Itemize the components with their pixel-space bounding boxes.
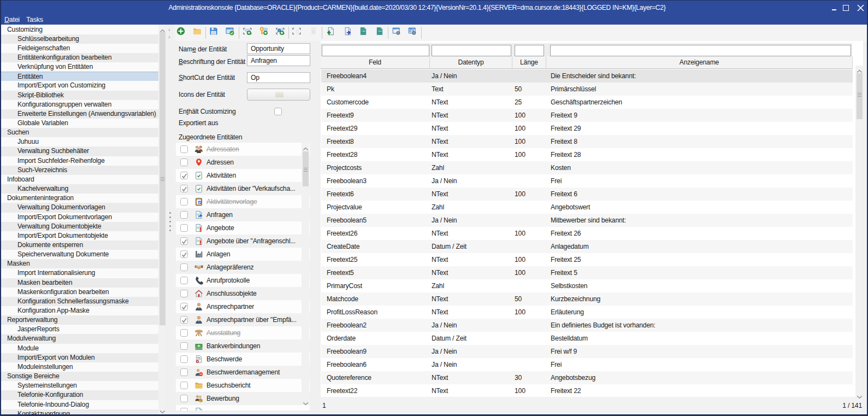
svg-text:CSV: CSV (361, 30, 365, 33)
svg-text:CSV: CSV (377, 30, 382, 33)
